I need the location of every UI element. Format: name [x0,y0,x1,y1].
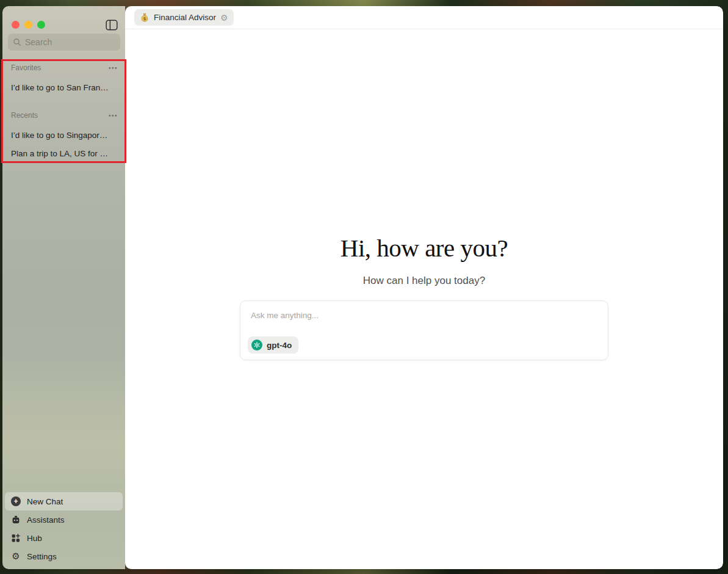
tab-settings-gear-icon[interactable]: ⚙ [220,13,228,22]
message-composer[interactable]: gpt-4o [240,300,608,360]
welcome-subtitle: How can I help you today? [125,275,723,287]
search-field[interactable] [8,34,120,51]
model-selector-chip[interactable]: gpt-4o [248,336,298,354]
favorites-ellipsis-icon[interactable]: ••• [109,65,118,71]
sidebar: Favorites ••• I’d like to go to San Fran… [2,6,125,569]
welcome-title: Hi, how are you? [125,233,723,263]
tab-label: Financial Advisor [154,13,216,22]
sidebar-toggle-icon [106,22,118,32]
chat-list-item[interactable]: I’d like to go to Singapor… [11,131,119,140]
grid-plus-icon [11,533,21,543]
search-input[interactable] [25,37,115,47]
app-window: Favorites ••• I’d like to go to San Fran… [2,6,723,569]
chat-list-item[interactable]: Plan a trip to LA, US for … [11,149,119,158]
assistants-button[interactable]: Assistants [5,510,123,529]
plus-circle-icon: + [11,496,21,506]
toggle-sidebar-button[interactable] [106,20,118,31]
favorites-section-label: Favorites [11,64,41,72]
hub-label: Hub [27,534,42,543]
recents-ellipsis-icon[interactable]: ••• [109,112,118,119]
tab-financial-advisor[interactable]: $ Financial Advisor ⚙ [134,9,234,26]
sidebar-footer-nav: + New Chat Assistants [5,492,123,565]
chat-list-item[interactable]: I’d like to go to San Fran… [11,83,119,92]
window-controls [12,21,45,29]
svg-text:$: $ [143,15,146,21]
welcome-section: Hi, how are you? How can I help you toda… [125,233,723,287]
settings-label: Settings [27,552,57,561]
favorites-section-header: Favorites ••• [11,64,118,72]
robot-icon [11,515,21,525]
gear-icon: ⚙ [11,551,21,561]
recents-section-label: Recents [11,111,38,120]
new-chat-label: New Chat [27,497,63,506]
tab-bar: $ Financial Advisor ⚙ [125,6,723,29]
new-chat-button[interactable]: + New Chat [5,492,123,510]
hub-button[interactable]: Hub [5,529,123,547]
money-bag-icon: $ [140,13,150,23]
zoom-window-button[interactable] [37,21,45,29]
close-window-button[interactable] [12,21,20,29]
assistants-label: Assistants [27,515,65,525]
openai-logo-icon [251,340,262,351]
minimize-window-button[interactable] [24,21,32,29]
search-icon [13,37,21,47]
message-input[interactable] [240,301,608,333]
settings-button[interactable]: ⚙ Settings [5,547,123,565]
model-name-label: gpt-4o [267,341,292,350]
main-panel: $ Financial Advisor ⚙ Hi, how are you? H… [125,6,723,569]
recents-section-header: Recents ••• [11,111,118,120]
